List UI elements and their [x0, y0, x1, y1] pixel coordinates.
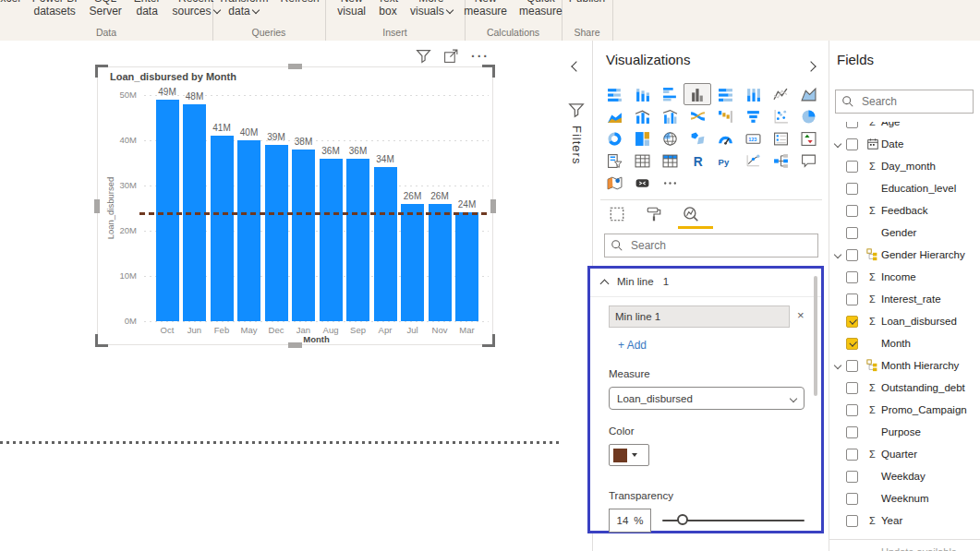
bar-chart-visual[interactable]: Loan_disbursed by Month Loan_disbursed 0…	[97, 66, 493, 345]
field-checkbox[interactable]	[846, 161, 858, 173]
field-checkbox[interactable]	[846, 515, 858, 527]
ribbon-button[interactable]: Morevisuals	[410, 0, 453, 18]
field-row[interactable]: Month	[829, 332, 980, 354]
arcgis-map-icon[interactable]	[600, 172, 628, 194]
report-canvas[interactable]: ··· Loan_disbursed by Month Loan_disburs…	[0, 41, 563, 551]
qa-visual-icon[interactable]	[794, 150, 822, 172]
key-influencers-icon[interactable]	[739, 150, 767, 172]
field-row[interactable]: Σ Quarter	[829, 443, 980, 465]
field-row[interactable]: Σ Age	[829, 122, 980, 133]
100-stacked-column-chart-icon[interactable]	[739, 83, 767, 105]
area-chart-icon[interactable]	[794, 83, 822, 105]
filled-map-icon[interactable]	[684, 127, 711, 150]
ribbon-button[interactable]: SQLServer	[89, 0, 121, 18]
stacked-bar-chart-icon[interactable]	[600, 83, 628, 105]
field-checkbox[interactable]	[846, 360, 858, 372]
field-row[interactable]: Weeknum	[829, 487, 980, 509]
transparency-input[interactable]: 14 %	[609, 509, 651, 533]
clustered-column-chart-icon[interactable]	[684, 83, 711, 105]
min-line[interactable]	[139, 212, 490, 215]
ribbon-chart-icon[interactable]	[684, 105, 711, 127]
slider-handle[interactable]	[677, 514, 688, 525]
field-checkbox[interactable]	[846, 316, 858, 328]
ribbon-button[interactable]: Newmeasure	[464, 0, 507, 18]
min-line-section-header[interactable]: Min line 1	[601, 276, 669, 287]
field-row[interactable]: Gender	[829, 222, 980, 244]
ribbon-button[interactable]: Textbox	[378, 0, 398, 18]
fields-search[interactable]	[835, 90, 974, 114]
power-automate-icon[interactable]	[628, 172, 656, 194]
bar-Mar[interactable]	[455, 212, 478, 321]
field-row[interactable]: Σ Promo_Campaign	[829, 399, 980, 421]
ribbon-button[interactable]: Publish	[569, 0, 605, 5]
delete-line-icon[interactable]: ×	[797, 308, 805, 322]
field-checkbox[interactable]	[846, 122, 858, 128]
expand-chevron-icon[interactable]	[829, 252, 846, 258]
collapse-section-chevron-icon[interactable]	[600, 279, 610, 288]
visualizations-search[interactable]	[604, 234, 818, 258]
gauge-icon[interactable]	[711, 127, 739, 150]
field-checkbox[interactable]	[846, 338, 858, 350]
field-row[interactable]: Education_level	[829, 177, 980, 199]
stacked-column-chart-icon[interactable]	[628, 83, 656, 105]
field-checkbox[interactable]	[846, 249, 858, 261]
ribbon-button[interactable]: Refresh	[281, 0, 320, 5]
decomposition-tree-icon[interactable]	[767, 150, 794, 172]
funnel-chart-icon[interactable]	[739, 105, 767, 127]
field-row[interactable]: Purpose	[829, 421, 980, 443]
clustered-bar-chart-icon[interactable]	[656, 83, 684, 105]
tab-format[interactable]	[645, 205, 663, 223]
field-row[interactable]: Date	[829, 133, 980, 155]
ribbon-button[interactable]: Transformdata	[218, 0, 268, 18]
ribbon-button[interactable]: Quickmeasure	[519, 0, 563, 18]
tab-analytics[interactable]	[682, 205, 700, 223]
field-row[interactable]: Σ Loan_disbursed	[829, 310, 980, 332]
measure-dropdown[interactable]: Loan_disbursed	[609, 387, 805, 410]
scatter-chart-icon[interactable]	[767, 105, 794, 127]
field-row[interactable]: Gender Hierarchy	[829, 244, 980, 266]
field-row[interactable]: Σ Day_month	[829, 155, 980, 177]
line-chart-icon[interactable]	[767, 83, 794, 105]
table-icon[interactable]	[628, 150, 656, 172]
field-checkbox[interactable]	[846, 426, 858, 438]
field-checkbox[interactable]	[846, 183, 858, 195]
pie-chart-icon[interactable]	[794, 105, 822, 127]
field-checkbox[interactable]	[846, 493, 858, 505]
bar-Feb[interactable]	[211, 136, 234, 321]
bar-Jul[interactable]	[401, 204, 424, 321]
field-row[interactable]: Σ Feedback	[829, 199, 980, 222]
more-visuals-icon[interactable]	[656, 172, 684, 194]
field-row[interactable]: Σ Income	[829, 266, 980, 288]
search-input[interactable]	[860, 94, 980, 109]
field-checkbox[interactable]	[846, 449, 858, 461]
bar-Nov[interactable]	[429, 204, 452, 321]
field-checkbox[interactable]	[846, 471, 858, 483]
ribbon-button[interactable]: Power BIdatasets	[32, 0, 78, 18]
ribbon-button[interactable]: Newvisual	[337, 0, 366, 18]
stacked-area-chart-icon[interactable]	[600, 105, 628, 127]
filter-funnel-icon[interactable]	[416, 48, 431, 64]
field-checkbox[interactable]	[846, 293, 858, 305]
expand-chevron-icon[interactable]	[829, 363, 846, 368]
transparency-slider[interactable]	[662, 520, 805, 521]
matrix-icon[interactable]	[656, 150, 684, 172]
field-checkbox[interactable]	[846, 404, 858, 416]
r-script-icon[interactable]: R	[684, 150, 711, 172]
kpi-icon[interactable]	[794, 127, 822, 150]
100-stacked-bar-chart-icon[interactable]	[711, 83, 739, 105]
field-row[interactable]: Month Hierarchy	[829, 354, 980, 377]
bar-Sep[interactable]	[346, 159, 369, 321]
field-row[interactable]: Σ Year	[829, 509, 980, 532]
bar-Aug[interactable]	[320, 159, 343, 321]
multi-row-card-icon[interactable]	[767, 127, 794, 150]
field-row[interactable]: Σ Interest_rate	[829, 288, 980, 310]
card-icon[interactable]: 123	[739, 127, 767, 150]
min-line-name-input[interactable]	[609, 305, 790, 328]
expand-filters-chevron-icon[interactable]	[573, 57, 580, 74]
map-icon[interactable]	[656, 127, 684, 150]
waterfall-chart-icon[interactable]	[711, 105, 739, 127]
search-input[interactable]	[629, 238, 812, 253]
line-stacked-column-chart-icon[interactable]	[628, 105, 656, 127]
focus-mode-icon[interactable]	[443, 48, 459, 64]
bar-Dec[interactable]	[265, 145, 288, 321]
